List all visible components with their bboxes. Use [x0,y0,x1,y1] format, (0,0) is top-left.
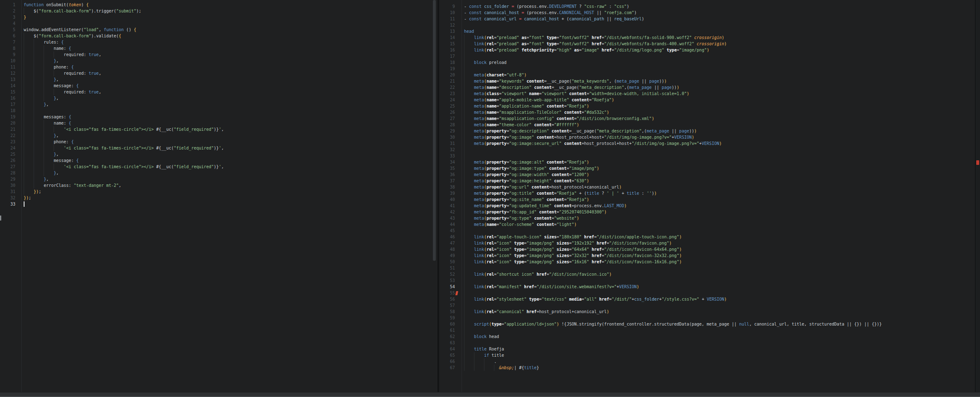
line-number[interactable]: 29 [0,176,21,182]
line-number[interactable]: 26 [439,109,462,115]
code-line[interactable]: 10- const canonical_host = (process.env.… [439,10,975,16]
line-number[interactable]: 14 [0,83,21,89]
line-number[interactable]: 33 [439,153,462,159]
line-number[interactable]: 10 [0,58,21,64]
code-line[interactable]: 16}, [0,95,437,101]
code-line[interactable]: 16link(rel="preload" fetchpriority="high… [439,47,975,53]
code-line[interactable]: 20meta(charset="utf-8") [439,72,975,78]
line-number[interactable]: 20 [439,72,462,78]
line-number[interactable]: 9 [439,3,462,10]
line-number[interactable]: 22 [0,132,21,139]
code-line[interactable]: 12 [439,22,975,28]
line-number[interactable]: 18 [0,108,21,114]
code-line[interactable]: 12required: true, [0,70,437,76]
code-line[interactable]: 33 [439,153,975,159]
code-line[interactable]: 54link(rel="manifest" href="/dist/icon/s… [439,284,975,290]
code-line[interactable]: 60script(type="application/ld+json") !{J… [439,321,975,327]
code-line[interactable]: 6$("form.call-back-form").validate({ [0,33,437,39]
code-line[interactable]: 28}, [0,170,437,176]
line-number[interactable]: 41 [439,203,462,209]
code-line[interactable]: 28meta(name="theme-color" content="#ffff… [439,122,975,128]
line-number[interactable]: 21 [0,126,21,132]
line-number[interactable]: 30 [0,182,21,189]
line-number[interactable]: 9 [0,51,21,58]
code-line[interactable]: 23phone: { [0,139,437,145]
line-number[interactable]: 30 [439,134,462,140]
code-line[interactable]: 34meta(property="og:image:alt" content="… [439,159,975,165]
code-line[interactable]: 11phone: { [0,64,437,70]
code-line[interactable]: 47link(rel="icon" type="image/png" sizes… [439,240,975,246]
code-line[interactable]: 21meta(name="keywords" content=__uc_page… [439,78,975,84]
code-line[interactable]: 30errorClass: "text-danger mt-2", [0,182,437,189]
code-line[interactable]: 40meta(property="og:site_name" content="… [439,196,975,203]
line-number[interactable]: 23 [0,139,21,145]
code-line[interactable]: 25meta(name="application-name" content="… [439,103,975,109]
line-number[interactable]: 6 [0,33,21,39]
line-number[interactable]: 54 [439,284,462,290]
right-pane-scrollbar[interactable] [975,0,980,392]
line-number[interactable]: 11 [439,16,462,22]
code-line[interactable]: 49link(rel="icon" type="image/png" sizes… [439,252,975,259]
line-number[interactable]: 44 [439,221,462,228]
code-line[interactable]: 29meta(property="og:description" content… [439,128,975,134]
code-line[interactable]: 61 [439,327,975,333]
code-line[interactable]: 64title Roefja [439,346,975,352]
left-pane-scrollbar-thumb[interactable] [433,0,436,261]
code-line[interactable]: 37meta(property="og:image:height" conten… [439,178,975,184]
code-line[interactable]: 50link(rel="icon" type="image/png" sizes… [439,259,975,265]
line-number[interactable]: 26 [0,157,21,164]
line-number[interactable]: 39 [439,190,462,196]
code-line[interactable]: 55 [439,290,975,296]
line-number[interactable]: 53 [439,277,462,284]
code-line[interactable]: 8name: { [0,45,437,51]
code-line[interactable]: 2$("form.call-back-form").trigger("submi… [0,8,437,14]
line-number[interactable]: 60 [439,321,462,327]
line-number[interactable]: 3 [0,14,21,20]
line-number[interactable]: 43 [439,215,462,221]
line-number[interactable]: 38 [439,184,462,190]
code-line[interactable]: 19messages: { [0,114,437,120]
code-line[interactable]: 3} [0,14,437,20]
code-line[interactable]: 59 [439,315,975,321]
line-number[interactable]: 64 [439,346,462,352]
line-number[interactable]: 17 [439,53,462,59]
line-number[interactable]: 49 [439,252,462,259]
line-number[interactable]: 15 [0,89,21,95]
line-number[interactable]: 59 [439,315,462,321]
code-line[interactable]: 4 [0,20,437,27]
code-line[interactable]: 13}, [0,76,437,83]
code-line[interactable]: 17}, [0,101,437,108]
line-number[interactable]: 40 [439,196,462,203]
code-line[interactable]: 65if title [439,352,975,358]
line-number[interactable]: 12 [439,22,462,28]
code-line[interactable]: 22}, [0,132,437,139]
line-number[interactable]: 1 [0,2,21,8]
code-line[interactable]: 25}, [0,151,437,157]
line-number[interactable]: 42 [439,209,462,215]
code-line[interactable]: 43meta(property="og:type" content="websi… [439,215,975,221]
line-number[interactable]: 66 [439,358,462,365]
code-line[interactable]: 46link(rel="apple-touch-icon" sizes="180… [439,234,975,240]
line-number[interactable]: 34 [439,159,462,165]
line-number[interactable]: 11 [0,64,21,70]
code-line[interactable]: 44meta(name="color-scheme" content="ligh… [439,221,975,228]
code-line[interactable]: 53 [439,277,975,284]
code-line[interactable]: 11- const canonical_url = canonical_host… [439,16,975,22]
line-number[interactable]: 22 [439,84,462,91]
line-number[interactable]: 31 [0,189,21,195]
line-number[interactable]: 52 [439,271,462,277]
line-number[interactable]: 56 [439,296,462,302]
code-line[interactable]: 24'<i class="fas fa-times-circle"></i> #… [0,145,437,151]
line-number[interactable]: 21 [439,78,462,84]
right-editor-pane[interactable]: 9- const css_folder = (process.env.DEVEL… [439,0,975,392]
line-number[interactable]: 35 [439,165,462,172]
line-number[interactable]: 17 [0,101,21,108]
code-line[interactable]: 5window.addEventListener("load", functio… [0,27,437,33]
code-line[interactable]: 32}); [0,195,437,201]
code-line[interactable]: 51 [439,265,975,271]
code-line[interactable]: 58link(rel="canonical" href=host_protoco… [439,309,975,315]
code-line[interactable]: 67&nbsp;| #{title} [439,365,975,371]
code-line[interactable]: 14link(rel="preload" as="font" type="fon… [439,34,975,41]
line-number[interactable]: 28 [0,170,21,176]
code-line[interactable]: 36meta(property="og:image:width" content… [439,172,975,178]
